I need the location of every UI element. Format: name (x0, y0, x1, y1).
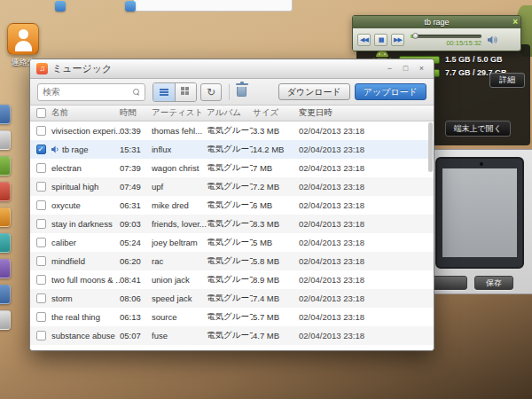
row-checkbox[interactable] (36, 126, 46, 136)
volume-icon[interactable] (488, 35, 497, 44)
song-size: 7.2 MB (253, 182, 299, 192)
playback-time: 00:15/15:32 (411, 40, 481, 46)
song-album: 電気グループのデ... (207, 293, 253, 304)
song-time: 07:49 (120, 182, 152, 192)
row-checkbox[interactable] (36, 275, 46, 285)
table-row[interactable]: spiritual high 07:49 upf 電気グループのデ... 7.2… (30, 177, 434, 196)
desktop: 連絡先 1.5 GB / 5.0 GB (0, 0, 532, 399)
contacts-desktop-icon[interactable] (7, 23, 39, 55)
song-date: 02/04/2013 23:18 (299, 256, 434, 266)
song-name: stay in darkness (51, 219, 113, 229)
music-app-icon: ♫ (36, 63, 48, 74)
mini-player-titlebar[interactable]: tb rage × (353, 16, 520, 28)
speaker-icon (51, 145, 59, 153)
desktop-icon[interactable] (0, 233, 11, 253)
column-header-name[interactable]: 名前 (51, 107, 120, 119)
previous-track-button[interactable]: ◀◀ (357, 34, 371, 46)
music-window: ♫ ミュージック − □ × ↻ ダウンロード アップロード (29, 59, 434, 351)
table-row[interactable]: storm 08:06 speed jack 電気グループのデ... 7.4 M… (30, 289, 434, 308)
refresh-button[interactable]: ↻ (200, 83, 222, 101)
desktop-icon[interactable] (0, 285, 11, 304)
table-row[interactable]: two full moons & ... 08:41 union jack 電気… (30, 270, 434, 289)
desktop-icon[interactable] (0, 130, 11, 150)
delete-icon[interactable] (237, 87, 246, 97)
table-row[interactable]: stay in darkness 09:03 friends, lover...… (30, 215, 434, 233)
row-checkbox[interactable] (36, 312, 46, 322)
table-row[interactable]: the real thing 06:13 source 電気グループのデ... … (30, 308, 434, 326)
song-size: 7.4 MB (253, 293, 299, 303)
song-name: storm (51, 293, 73, 303)
window-title: ミュージック (52, 62, 112, 75)
song-date: 02/04/2013 23:18 (299, 238, 434, 247)
desktop-icon[interactable] (0, 182, 11, 201)
next-track-button[interactable]: ▶▶ (391, 34, 404, 46)
device-screen (442, 168, 517, 257)
song-date: 02/04/2013 23:18 (299, 219, 434, 229)
desktop-icon[interactable] (0, 259, 11, 278)
column-header-date[interactable]: 変更日時 (299, 107, 434, 119)
desktop-icon[interactable] (0, 105, 11, 124)
table-row[interactable]: caliber 05:24 joey beltram 電気グループのデ... 5… (30, 233, 434, 252)
song-time: 08:06 (120, 293, 152, 303)
list-view-button[interactable] (153, 83, 175, 101)
row-checkbox[interactable] (36, 163, 46, 173)
song-name: mindfield (51, 256, 85, 266)
table-row[interactable]: oxycute 06:31 mike dred 電気グループのデ... 6 MB… (30, 196, 434, 215)
column-header-artist[interactable]: アーティスト (152, 107, 207, 119)
seek-bar-thumb[interactable] (412, 33, 419, 39)
seek-bar[interactable] (411, 35, 481, 38)
song-album: 電気グループのデ... (207, 237, 253, 248)
table-row[interactable]: electran 07:39 wagon christ 電気グループのデ... … (30, 159, 434, 177)
row-checkbox[interactable] (36, 238, 46, 247)
row-checkbox[interactable] (36, 293, 46, 303)
desktop-icon[interactable] (0, 310, 11, 330)
row-checkbox[interactable] (36, 331, 46, 340)
upload-button[interactable]: アップロード (355, 83, 426, 100)
row-checkbox[interactable] (36, 182, 46, 192)
song-artist: source (152, 312, 207, 322)
song-time: 06:20 (120, 256, 152, 266)
mini-player-close-icon[interactable]: × (512, 16, 518, 27)
grid-view-button[interactable] (175, 83, 196, 101)
song-date: 02/04/2013 23:18 (299, 275, 434, 285)
row-checkbox[interactable]: ✓ (36, 145, 46, 154)
music-window-titlebar[interactable]: ♫ ミュージック − □ × (30, 59, 434, 79)
table-row[interactable]: vivisection experi... 03:39 thomas fehl.… (30, 121, 434, 140)
song-time: 06:13 (120, 312, 152, 322)
column-header-album[interactable]: アルバム (207, 107, 253, 119)
maximize-button[interactable]: □ (400, 63, 411, 74)
close-button[interactable]: × (416, 63, 427, 74)
song-time: 07:39 (120, 163, 152, 173)
table-scrollbar[interactable] (428, 122, 433, 172)
preview-secondary-button[interactable] (432, 276, 467, 290)
pause-button[interactable]: ▮▮ (374, 34, 387, 46)
song-artist: union jack (152, 275, 207, 285)
song-date: 02/04/2013 23:18 (299, 126, 434, 136)
minimize-button[interactable]: − (384, 63, 395, 74)
row-checkbox[interactable] (36, 219, 46, 229)
row-checkbox[interactable] (36, 200, 46, 210)
select-all-checkbox[interactable] (36, 108, 46, 118)
search-icon[interactable] (133, 89, 140, 96)
song-album: 電気グループのデ... (207, 330, 253, 341)
search-input[interactable] (43, 87, 130, 97)
column-header-time[interactable]: 時間 (120, 107, 152, 119)
details-button[interactable]: 詳細 (489, 73, 525, 88)
table-row[interactable]: mindfield 06:20 rac 電気グループのデ... 5.8 MB 0… (30, 252, 434, 270)
table-header: 名前 時間 アーティスト アルバム サイズ 変更日時 (30, 106, 434, 121)
song-time: 08:41 (120, 275, 152, 285)
song-size: 7 MB (253, 163, 299, 173)
song-size: 3.3 MB (253, 126, 299, 136)
song-name: caliber (51, 238, 76, 247)
column-header-size[interactable]: サイズ (253, 107, 299, 119)
open-on-device-button[interactable]: 端末上で開く (445, 121, 511, 137)
download-button[interactable]: ダウンロード (278, 83, 350, 100)
save-button[interactable]: 保存 (474, 276, 513, 290)
table-row[interactable]: substance abuse 05:07 fuse 電気グループのデ... 4… (30, 326, 434, 345)
row-checkbox[interactable] (36, 256, 46, 266)
song-album: 電気グループのデ... (207, 144, 253, 155)
song-time: 05:07 (120, 331, 152, 340)
desktop-icon[interactable] (0, 156, 11, 176)
desktop-icon[interactable] (0, 207, 11, 227)
table-row[interactable]: ✓ tb rage 15:31 influx 電気グループのデ... 14.2 … (30, 140, 434, 159)
